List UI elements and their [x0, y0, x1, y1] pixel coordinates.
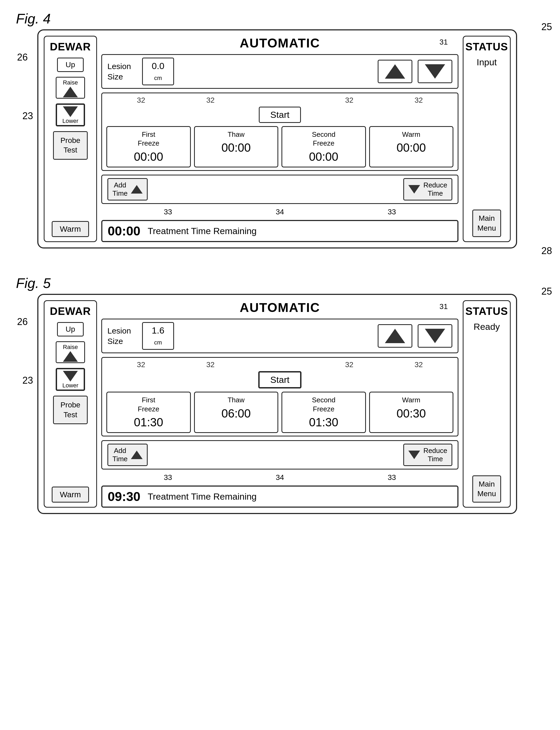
probe-test-label-fig5: ProbeTest	[61, 401, 80, 419]
main-menu-btn-fig4[interactable]: MainMenu	[472, 210, 501, 237]
add-time-btn-fig4[interactable]: AddTime	[107, 178, 148, 200]
ref-nums-row-fig5: 32 32 32 32 32	[106, 360, 453, 369]
lesion-down-icon-fig5	[425, 329, 445, 343]
up-btn-fig5[interactable]: Up	[57, 322, 84, 336]
lesion-arrows-fig5	[378, 324, 452, 348]
ref31-fig5: 31	[440, 302, 448, 311]
probe-test-btn-fig4[interactable]: ProbeTest	[53, 131, 88, 160]
times-row-fig5: FirstFreeze 01:30 Thaw 06:00 SecondFreez…	[106, 392, 453, 433]
warm-time-fig4: 00:00	[397, 141, 426, 154]
lesion-down-btn-fig4[interactable]	[418, 60, 452, 83]
second-freeze-cell-fig4[interactable]: SecondFreeze 00:00	[281, 126, 366, 168]
add-time-btn-fig5[interactable]: AddTime	[107, 444, 148, 466]
start-btn-fig5[interactable]: Start	[258, 371, 301, 388]
start-row-fig4: Start	[106, 107, 453, 123]
status-title-fig4: STATUS	[465, 41, 508, 53]
raise-box-fig4[interactable]: Raise	[56, 77, 85, 99]
lesion-down-btn-fig5[interactable]	[418, 324, 452, 348]
second-freeze-time-fig4: 00:00	[309, 150, 338, 163]
lesion-row-fig5: LesionSize 1.6 cm	[101, 319, 458, 353]
probe-test-label-fig4: ProbeTest	[61, 136, 80, 154]
ref-nums-bottom-fig4: 33 34 33	[101, 208, 458, 216]
treatment-time-fig4: 00:00	[108, 224, 142, 238]
lesion-down-icon-fig4	[425, 64, 445, 79]
lesion-up-icon-fig4	[385, 64, 405, 79]
reduce-time-label-fig4: ReduceTime	[423, 181, 447, 198]
first-freeze-time-fig4: 00:00	[134, 150, 163, 163]
status-col-fig4: STATUS Input MainMenu	[463, 36, 511, 242]
warm-cell-fig4[interactable]: Warm 00:00	[369, 126, 454, 168]
raise-label-fig5: Raise	[63, 344, 78, 351]
lesion-up-btn-fig5[interactable]	[378, 324, 412, 348]
times-section-fig4: 32 32 32 32 32 Start FirstFreeze	[101, 93, 458, 171]
warm-time-fig5: 00:30	[397, 407, 426, 420]
raise-box-fig5[interactable]: Raise	[56, 341, 85, 363]
ref-25-fig4: 25	[541, 21, 552, 33]
dewar-col-fig4: DEWAR Up Raise Lower ProbeTest Warm	[44, 36, 97, 242]
status-title-fig5: STATUS	[465, 305, 508, 317]
ref-28-fig4: 28	[541, 245, 552, 256]
figure-4: Fig. 4 25 26 23 DEWAR Up Raise Lower P	[16, 11, 544, 248]
lesion-up-btn-fig4[interactable]	[378, 60, 412, 83]
second-freeze-cell-fig5[interactable]: SecondFreeze 01:30	[281, 392, 366, 433]
add-time-icon-fig4	[131, 185, 143, 194]
main-menu-label-fig4: MainMenu	[477, 214, 496, 232]
first-freeze-time-fig5: 01:30	[134, 416, 163, 429]
lower-box-fig4[interactable]: Lower	[56, 103, 85, 126]
ref-26-fig5: 26	[17, 316, 28, 327]
up-btn-fig4[interactable]: Up	[57, 58, 84, 72]
status-col-fig5: STATUS Ready MainMenu	[463, 300, 511, 508]
add-time-icon-fig5	[131, 451, 143, 459]
fig4-label: Fig. 4	[16, 11, 544, 27]
ref-nums-row-fig4: 32 32 32 32 32	[106, 96, 453, 105]
probe-test-btn-fig5[interactable]: ProbeTest	[53, 396, 88, 424]
lesion-up-icon-fig5	[385, 329, 405, 343]
auto-title-fig4: AUTOMATIC	[101, 36, 458, 50]
reduce-time-icon-fig4	[408, 185, 420, 194]
ref-25-fig5: 25	[541, 286, 552, 297]
warm-label-fig4: Warm	[402, 130, 420, 139]
start-row-fig5: Start	[106, 371, 453, 388]
auto-col-fig4: AUTOMATIC 31 LesionSize 0.0 cm	[101, 36, 458, 242]
dewar-title-fig4: DEWAR	[50, 41, 91, 53]
main-menu-label-fig5: MainMenu	[477, 480, 496, 498]
warm-btn-fig5[interactable]: Warm	[52, 487, 89, 503]
add-reduce-row-fig4: AddTime ReduceTime	[101, 175, 458, 204]
start-btn-fig4[interactable]: Start	[259, 107, 301, 123]
thaw-label-fig5: Thaw	[228, 396, 245, 405]
treatment-row-fig5: 09:30 Treatment Time Remaining	[101, 486, 458, 508]
times-row-fig4: FirstFreeze 00:00 Thaw 00:00 SecondFreez…	[106, 126, 453, 168]
lesion-label-fig5: LesionSize	[107, 326, 137, 346]
warm-label-fig5: Warm	[402, 396, 420, 405]
main-menu-btn-fig5[interactable]: MainMenu	[472, 475, 501, 503]
auto-col-fig5: AUTOMATIC 31 LesionSize 1.6 cm	[101, 300, 458, 508]
auto-title-fig5: AUTOMATIC	[101, 300, 458, 315]
warm-cell-fig5[interactable]: Warm 00:30	[369, 392, 454, 433]
first-freeze-cell-fig5[interactable]: FirstFreeze 01:30	[106, 392, 191, 433]
lesion-arrows-fig4	[378, 60, 452, 83]
warm-btn-fig4[interactable]: Warm	[52, 221, 89, 237]
lesion-row-fig4: LesionSize 0.0 cm	[101, 54, 458, 89]
ref-23-fig4: 23	[22, 110, 33, 122]
lower-box-fig5[interactable]: Lower	[56, 368, 85, 391]
reduce-time-btn-fig5[interactable]: ReduceTime	[403, 444, 452, 466]
ref-26-fig4: 26	[17, 52, 28, 63]
thaw-cell-fig4[interactable]: Thaw 00:00	[194, 126, 279, 168]
thaw-label-fig4: Thaw	[228, 130, 245, 139]
lower-label-fig5: Lower	[62, 382, 78, 389]
panel-fig5: 26 23 DEWAR Up Raise Lower ProbeTest War	[37, 294, 517, 514]
status-value-fig5: Ready	[474, 322, 500, 332]
first-freeze-cell-fig4[interactable]: FirstFreeze 00:00	[106, 126, 191, 168]
second-freeze-label-fig5: SecondFreeze	[312, 396, 335, 414]
second-freeze-label-fig4: SecondFreeze	[312, 130, 335, 148]
reduce-time-label-fig5: ReduceTime	[423, 447, 447, 463]
thaw-cell-fig5[interactable]: Thaw 06:00	[194, 392, 279, 433]
first-freeze-label-fig5: FirstFreeze	[138, 396, 159, 414]
add-reduce-row-fig5: AddTime ReduceTime	[101, 440, 458, 470]
figure-5: Fig. 5 25 26 23 DEWAR Up Raise Lower Pro…	[16, 275, 544, 514]
reduce-time-icon-fig5	[408, 451, 420, 459]
second-freeze-time-fig5: 01:30	[309, 416, 338, 429]
lesion-label-fig4: LesionSize	[107, 61, 137, 82]
lower-down-icon-fig4	[63, 106, 78, 117]
reduce-time-btn-fig4[interactable]: ReduceTime	[403, 178, 452, 200]
